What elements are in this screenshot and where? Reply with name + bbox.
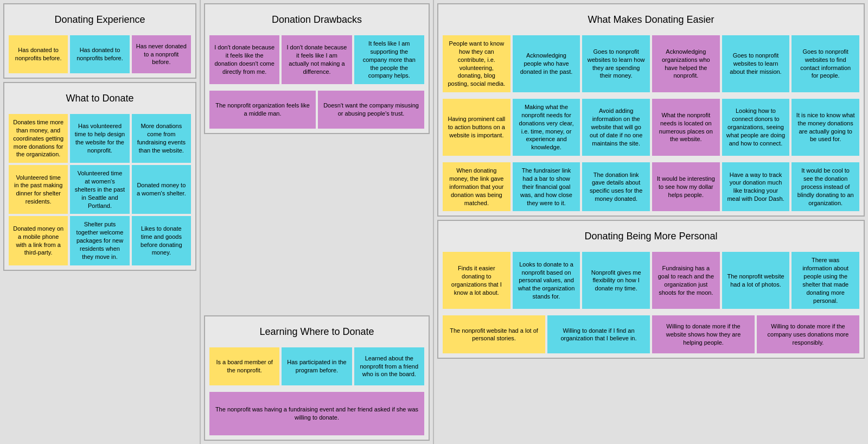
list-item: Volunteered time at women's shelters in … (70, 165, 129, 214)
list-item: Have a way to track your donation much l… (722, 162, 790, 211)
list-item: Willing to donate more if the company us… (757, 315, 859, 353)
donating-experience-title: Donating Experience (7, 7, 193, 33)
list-item: Donated money on a mobile phone with a l… (9, 216, 68, 265)
list-item: It feels like I am supporting the compan… (354, 35, 424, 84)
list-item: Learned about the nonprofit from a frien… (354, 347, 424, 385)
learning-where-section: Learning Where to Donate Is a board memb… (204, 315, 430, 441)
list-item: Fundraising has a goal to reach and the … (652, 252, 720, 309)
list-item: Volunteered time in the past making dinn… (9, 165, 68, 214)
donating-experience-section: Donating Experience Has donated to nonpr… (3, 3, 196, 79)
list-item: Avoid adding information on the website … (582, 99, 650, 156)
what-to-donate-section: What to Donate Donates time more than mo… (3, 82, 196, 271)
list-item: Having prominent call to action buttons … (443, 99, 510, 156)
list-item: Is a board member of the nonprofit. (209, 347, 279, 385)
learning-where-row1: Is a board member of the nonprofit. Has … (207, 345, 426, 388)
list-item: Looks to donate to a nonprofit based on … (513, 252, 580, 309)
list-item: It would be interesting to see how my do… (652, 162, 720, 211)
list-item: There was information about people using… (792, 252, 859, 309)
list-item: Acknowledging organizations who have hel… (652, 35, 720, 92)
donation-drawbacks-row2: The nonprofit organization feels like a … (207, 88, 426, 131)
donation-drawbacks-section: Donation Drawbacks I don't donate becaus… (204, 3, 430, 134)
list-item: The nonprofit was having a fundraising e… (209, 392, 424, 435)
list-item: Has donated to nonprofits before. (70, 35, 129, 73)
list-item: Donated money to a women's shelter. (132, 165, 191, 214)
list-item: It would be cool to see the donation pro… (792, 162, 859, 211)
what-to-donate-title: What to Donate (7, 85, 193, 112)
list-item: When donating money, the link gave infor… (443, 162, 510, 211)
list-item: Shelter puts together welcome packages f… (70, 216, 129, 265)
list-item: I don't donate because it feels like the… (209, 35, 279, 84)
what-to-donate-cards: Donates time more than money, and coordi… (7, 112, 193, 268)
list-item: What the nonprofit needs is located on n… (652, 99, 720, 156)
list-item: Has participated in the program before. (282, 347, 352, 385)
easier-row1: People want to know how they can contrib… (441, 33, 861, 94)
list-item: Willing to donate more if the website sh… (652, 315, 755, 353)
list-item: The nonprofit website had a lot of photo… (722, 252, 790, 309)
list-item: It is nice to know what the money donati… (792, 99, 859, 156)
list-item: Goes to nonprofit websites to learn how … (582, 35, 650, 92)
list-item: The nonprofit organization feels like a … (209, 91, 316, 129)
list-item: Making what the nonprofit needs for dona… (513, 99, 580, 156)
list-item: Donates time more than money, and coordi… (9, 114, 68, 163)
list-item: Has donated to nonprofits before. (9, 35, 68, 73)
list-item: Acknowledging people who have donated in… (513, 35, 580, 92)
donating-personal-title: Donating Being More Personal (441, 223, 861, 250)
easier-row2: Having prominent call to action buttons … (441, 97, 861, 158)
what-makes-easier-section: What Makes Donating Easier People want t… (437, 3, 865, 217)
donating-experience-cards: Has donated to nonprofits before. Has do… (7, 33, 193, 75)
list-item: Likes to donate time and goods before do… (132, 216, 191, 265)
list-item: Goes to nonprofit websites to find conta… (792, 35, 859, 92)
list-item: The fundraiser link had a bar to show th… (513, 162, 580, 211)
donation-drawbacks-title: Donation Drawbacks (207, 7, 426, 33)
easier-row3: When donating money, the link gave infor… (441, 160, 861, 213)
learning-where-row2: The nonprofit was having a fundraising e… (207, 390, 426, 437)
list-item: Goes to nonprofit websites to learn abou… (722, 35, 790, 92)
personal-row1: Finds it easier donating to organization… (441, 250, 861, 311)
list-item: Doesn't want the company misusing or abu… (318, 91, 424, 129)
list-item: I don't donate because it feels like I a… (282, 35, 352, 84)
learning-where-title: Learning Where to Donate (207, 319, 426, 345)
list-item: Has volunteered time to help design the … (70, 114, 129, 163)
list-item: Nonprofit gives me flexibility on how I … (582, 252, 650, 309)
list-item: More donations come from fundraising eve… (132, 114, 191, 163)
personal-row2: The nonprofit website had a lot of perso… (441, 313, 861, 356)
list-item: Finds it easier donating to organization… (443, 252, 510, 309)
donation-drawbacks-row1: I don't donate because it feels like the… (207, 33, 426, 86)
list-item: The donation link gave details about spe… (582, 162, 650, 211)
list-item: Has never donated to a nonprofit before. (132, 35, 191, 73)
list-item: Willing to donate if I find an organizat… (547, 315, 650, 353)
list-item: The nonprofit website had a lot of perso… (443, 315, 545, 353)
list-item: People want to know how they can contrib… (443, 35, 510, 92)
list-item: Looking how to connect donors to organiz… (722, 99, 790, 156)
what-makes-easier-title: What Makes Donating Easier (441, 7, 861, 33)
donating-personal-section: Donating Being More Personal Finds it ea… (437, 220, 865, 359)
